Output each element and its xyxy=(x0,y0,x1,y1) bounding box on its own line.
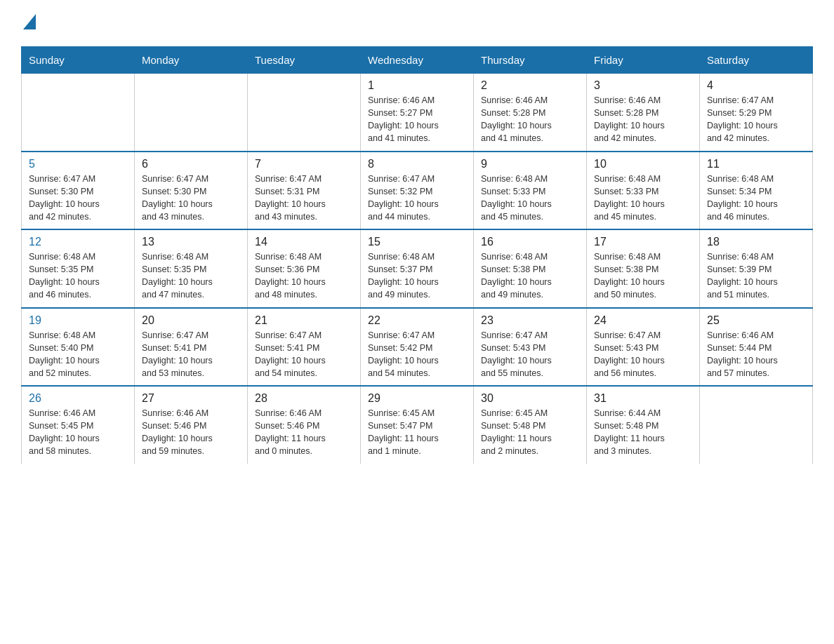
day-info: Sunrise: 6:48 AM Sunset: 5:38 PM Dayligh… xyxy=(594,250,692,302)
day-number: 1 xyxy=(368,79,466,92)
day-number: 20 xyxy=(142,314,240,327)
day-number: 11 xyxy=(707,158,805,170)
day-number: 30 xyxy=(481,392,579,405)
calendar-cell: 20Sunrise: 6:47 AM Sunset: 5:41 PM Dayli… xyxy=(135,308,248,387)
day-number: 26 xyxy=(29,392,127,405)
day-info: Sunrise: 6:46 AM Sunset: 5:46 PM Dayligh… xyxy=(255,407,353,458)
calendar-cell: 7Sunrise: 6:47 AM Sunset: 5:31 PM Daylig… xyxy=(248,152,361,230)
day-info: Sunrise: 6:46 AM Sunset: 5:45 PM Dayligh… xyxy=(29,407,127,458)
day-number: 29 xyxy=(368,392,466,405)
day-info: Sunrise: 6:47 AM Sunset: 5:42 PM Dayligh… xyxy=(368,329,466,380)
day-number: 16 xyxy=(481,236,579,248)
day-info: Sunrise: 6:48 AM Sunset: 5:39 PM Dayligh… xyxy=(707,250,805,302)
day-number: 21 xyxy=(255,314,353,327)
calendar-cell xyxy=(700,386,813,464)
day-info: Sunrise: 6:47 AM Sunset: 5:30 PM Dayligh… xyxy=(29,173,127,224)
day-number: 7 xyxy=(255,158,353,170)
day-info: Sunrise: 6:48 AM Sunset: 5:34 PM Dayligh… xyxy=(707,173,805,224)
day-number: 9 xyxy=(481,158,579,170)
logo xyxy=(21,14,36,34)
week-row-3: 12Sunrise: 6:48 AM Sunset: 5:35 PM Dayli… xyxy=(22,229,813,308)
calendar-body: 1Sunrise: 6:46 AM Sunset: 5:27 PM Daylig… xyxy=(22,74,813,464)
header-cell-monday: Monday xyxy=(135,47,248,74)
day-info: Sunrise: 6:47 AM Sunset: 5:30 PM Dayligh… xyxy=(142,173,240,224)
day-info: Sunrise: 6:47 AM Sunset: 5:29 PM Dayligh… xyxy=(707,94,805,145)
calendar-cell: 26Sunrise: 6:46 AM Sunset: 5:45 PM Dayli… xyxy=(22,386,135,464)
calendar-cell: 29Sunrise: 6:45 AM Sunset: 5:47 PM Dayli… xyxy=(361,386,474,464)
header-cell-tuesday: Tuesday xyxy=(248,47,361,74)
calendar-cell xyxy=(248,74,361,152)
day-info: Sunrise: 6:48 AM Sunset: 5:33 PM Dayligh… xyxy=(481,173,579,224)
calendar-cell: 12Sunrise: 6:48 AM Sunset: 5:35 PM Dayli… xyxy=(22,229,135,308)
calendar-cell: 28Sunrise: 6:46 AM Sunset: 5:46 PM Dayli… xyxy=(248,386,361,464)
calendar-cell: 9Sunrise: 6:48 AM Sunset: 5:33 PM Daylig… xyxy=(474,152,587,230)
day-number: 28 xyxy=(255,392,353,405)
day-info: Sunrise: 6:46 AM Sunset: 5:46 PM Dayligh… xyxy=(142,407,240,458)
day-info: Sunrise: 6:48 AM Sunset: 5:36 PM Dayligh… xyxy=(255,250,353,302)
day-info: Sunrise: 6:47 AM Sunset: 5:43 PM Dayligh… xyxy=(481,329,579,380)
calendar-cell: 21Sunrise: 6:47 AM Sunset: 5:41 PM Dayli… xyxy=(248,308,361,387)
calendar-cell: 10Sunrise: 6:48 AM Sunset: 5:33 PM Dayli… xyxy=(587,152,700,230)
header-cell-sunday: Sunday xyxy=(22,47,135,74)
header-row: SundayMondayTuesdayWednesdayThursdayFrid… xyxy=(22,47,813,74)
week-row-1: 1Sunrise: 6:46 AM Sunset: 5:27 PM Daylig… xyxy=(22,74,813,152)
day-info: Sunrise: 6:47 AM Sunset: 5:43 PM Dayligh… xyxy=(594,329,692,380)
day-number: 31 xyxy=(594,392,692,405)
calendar-cell: 15Sunrise: 6:48 AM Sunset: 5:37 PM Dayli… xyxy=(361,229,474,308)
day-number: 6 xyxy=(142,158,240,170)
calendar-cell: 30Sunrise: 6:45 AM Sunset: 5:48 PM Dayli… xyxy=(474,386,587,464)
calendar-cell: 16Sunrise: 6:48 AM Sunset: 5:38 PM Dayli… xyxy=(474,229,587,308)
calendar-cell: 5Sunrise: 6:47 AM Sunset: 5:30 PM Daylig… xyxy=(22,152,135,230)
day-info: Sunrise: 6:45 AM Sunset: 5:47 PM Dayligh… xyxy=(368,407,466,458)
day-number: 23 xyxy=(481,314,579,327)
day-info: Sunrise: 6:47 AM Sunset: 5:32 PM Dayligh… xyxy=(368,173,466,224)
day-number: 22 xyxy=(368,314,466,327)
calendar-cell: 11Sunrise: 6:48 AM Sunset: 5:34 PM Dayli… xyxy=(700,152,813,230)
day-info: Sunrise: 6:45 AM Sunset: 5:48 PM Dayligh… xyxy=(481,407,579,458)
day-number: 13 xyxy=(142,236,240,248)
day-number: 14 xyxy=(255,236,353,248)
calendar-table: SundayMondayTuesdayWednesdayThursdayFrid… xyxy=(21,46,813,464)
calendar-cell xyxy=(135,74,248,152)
logo-triangle-icon xyxy=(23,14,36,29)
day-number: 8 xyxy=(368,158,466,170)
week-row-4: 19Sunrise: 6:48 AM Sunset: 5:40 PM Dayli… xyxy=(22,308,813,387)
day-number: 19 xyxy=(29,314,127,327)
header-cell-wednesday: Wednesday xyxy=(361,47,474,74)
day-info: Sunrise: 6:46 AM Sunset: 5:28 PM Dayligh… xyxy=(594,94,692,145)
day-number: 25 xyxy=(707,314,805,327)
day-number: 2 xyxy=(481,79,579,92)
calendar-cell: 22Sunrise: 6:47 AM Sunset: 5:42 PM Dayli… xyxy=(361,308,474,387)
day-number: 10 xyxy=(594,158,692,170)
header-cell-thursday: Thursday xyxy=(474,47,587,74)
day-info: Sunrise: 6:46 AM Sunset: 5:27 PM Dayligh… xyxy=(368,94,466,145)
header-cell-saturday: Saturday xyxy=(700,47,813,74)
calendar-cell: 2Sunrise: 6:46 AM Sunset: 5:28 PM Daylig… xyxy=(474,74,587,152)
day-number: 27 xyxy=(142,392,240,405)
day-info: Sunrise: 6:44 AM Sunset: 5:48 PM Dayligh… xyxy=(594,407,692,458)
calendar-cell: 25Sunrise: 6:46 AM Sunset: 5:44 PM Dayli… xyxy=(700,308,813,387)
week-row-5: 26Sunrise: 6:46 AM Sunset: 5:45 PM Dayli… xyxy=(22,386,813,464)
header-cell-friday: Friday xyxy=(587,47,700,74)
day-info: Sunrise: 6:47 AM Sunset: 5:41 PM Dayligh… xyxy=(142,329,240,380)
day-info: Sunrise: 6:48 AM Sunset: 5:40 PM Dayligh… xyxy=(29,329,127,380)
day-number: 12 xyxy=(29,236,127,248)
day-info: Sunrise: 6:48 AM Sunset: 5:38 PM Dayligh… xyxy=(481,250,579,302)
day-info: Sunrise: 6:47 AM Sunset: 5:31 PM Dayligh… xyxy=(255,173,353,224)
calendar-cell: 1Sunrise: 6:46 AM Sunset: 5:27 PM Daylig… xyxy=(361,74,474,152)
calendar-cell: 31Sunrise: 6:44 AM Sunset: 5:48 PM Dayli… xyxy=(587,386,700,464)
day-number: 3 xyxy=(594,79,692,92)
calendar-cell: 19Sunrise: 6:48 AM Sunset: 5:40 PM Dayli… xyxy=(22,308,135,387)
day-number: 18 xyxy=(707,236,805,248)
calendar-cell: 18Sunrise: 6:48 AM Sunset: 5:39 PM Dayli… xyxy=(700,229,813,308)
day-info: Sunrise: 6:46 AM Sunset: 5:28 PM Dayligh… xyxy=(481,94,579,145)
day-info: Sunrise: 6:48 AM Sunset: 5:37 PM Dayligh… xyxy=(368,250,466,302)
calendar-cell xyxy=(22,74,135,152)
day-info: Sunrise: 6:48 AM Sunset: 5:33 PM Dayligh… xyxy=(594,173,692,224)
calendar-cell: 14Sunrise: 6:48 AM Sunset: 5:36 PM Dayli… xyxy=(248,229,361,308)
svg-marker-0 xyxy=(23,14,36,29)
calendar-cell: 3Sunrise: 6:46 AM Sunset: 5:28 PM Daylig… xyxy=(587,74,700,152)
calendar-cell: 6Sunrise: 6:47 AM Sunset: 5:30 PM Daylig… xyxy=(135,152,248,230)
calendar-cell: 27Sunrise: 6:46 AM Sunset: 5:46 PM Dayli… xyxy=(135,386,248,464)
day-info: Sunrise: 6:48 AM Sunset: 5:35 PM Dayligh… xyxy=(142,250,240,302)
